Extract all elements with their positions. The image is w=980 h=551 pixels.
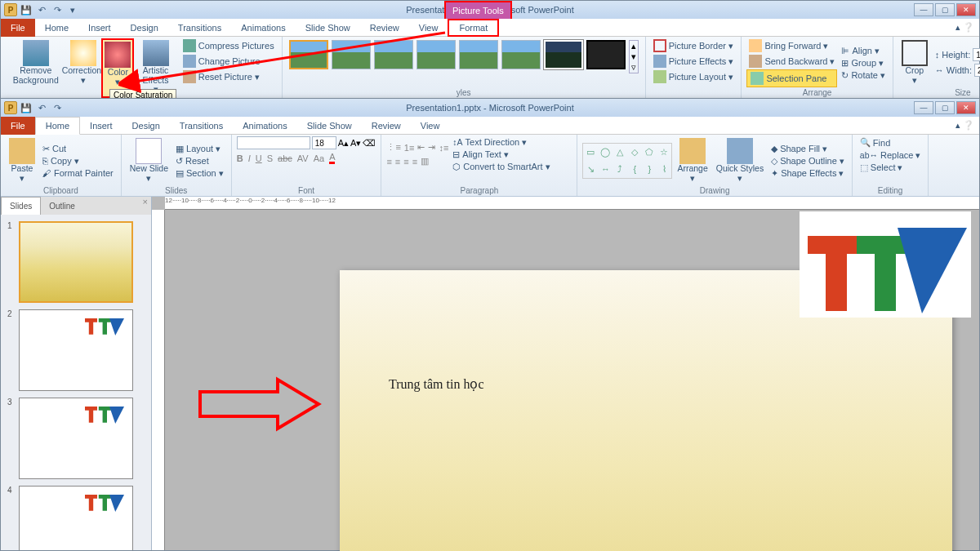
- maximize-button[interactable]: ▢: [935, 3, 955, 16]
- save-icon[interactable]: 💾: [20, 101, 33, 114]
- group-button[interactable]: ⊞ Group ▾: [839, 57, 887, 69]
- slide-title-text[interactable]: Trung tâm tin học: [389, 376, 484, 392]
- style-preset-3[interactable]: [374, 40, 413, 69]
- tab-animations[interactable]: Animations: [231, 19, 295, 37]
- picture-layout-button[interactable]: Picture Layout ▾: [651, 69, 737, 84]
- paste-button[interactable]: Paste▾: [6, 136, 38, 184]
- slide-thumb-4[interactable]: [19, 486, 133, 550]
- width-field[interactable]: ↔Width:⇅: [933, 63, 980, 78]
- picture-effects-button[interactable]: Picture Effects ▾: [651, 54, 737, 69]
- selection-pane-button[interactable]: Selection Pane: [746, 69, 837, 87]
- picture-styles-gallery[interactable]: ▴ ▾ ▿: [287, 38, 640, 75]
- slide-thumb-2[interactable]: [19, 309, 133, 391]
- layout-button[interactable]: ▦ Layout ▾: [173, 143, 226, 154]
- send-backward-button[interactable]: Send Backward ▾: [746, 54, 837, 69]
- strike-button[interactable]: abc: [278, 153, 292, 163]
- align-center-button[interactable]: ≡: [395, 157, 400, 167]
- outline-tab[interactable]: Outline: [41, 197, 83, 215]
- close-panel-icon[interactable]: ×: [140, 197, 151, 215]
- compress-pictures-button[interactable]: Compress Pictures: [180, 38, 277, 53]
- bullets-button[interactable]: ⋮≡: [386, 142, 400, 153]
- font-size-input[interactable]: [312, 136, 336, 149]
- corrections-button[interactable]: Corrections▾: [66, 38, 102, 98]
- shape-fill-button[interactable]: ◆ Shape Fill ▾: [768, 143, 847, 154]
- tab-transitions[interactable]: Transitions: [168, 19, 231, 37]
- bold-button[interactable]: B: [237, 153, 243, 163]
- shape-outline-button[interactable]: ◇ Shape Outline ▾: [768, 155, 847, 167]
- case-button[interactable]: Aa: [314, 153, 324, 163]
- canvas-area[interactable]: 12·····10·····8·····6·····4·····2·····0·…: [152, 197, 979, 550]
- text-direction-button[interactable]: ↕A Text Direction ▾: [450, 136, 552, 148]
- find-button[interactable]: 🔍 Find: [858, 136, 924, 149]
- section-button[interactable]: ▤ Section ▾: [173, 167, 226, 179]
- shapes-gallery[interactable]: ▭◯△◇⬠☆ ↘↔⤴{}⌇: [582, 143, 672, 179]
- align-text-button[interactable]: ⊟ Align Text ▾: [450, 149, 552, 160]
- tab-design[interactable]: Design: [122, 117, 170, 135]
- width-input[interactable]: [974, 64, 980, 77]
- undo-icon[interactable]: ↶: [35, 101, 48, 114]
- style-preset-2[interactable]: [332, 40, 371, 69]
- tab-animations[interactable]: Animations: [233, 117, 296, 135]
- maximize-button[interactable]: ▢: [935, 101, 955, 114]
- style-preset-4[interactable]: [416, 40, 456, 69]
- tab-design[interactable]: Design: [121, 19, 168, 37]
- close-button[interactable]: ✕: [956, 3, 976, 16]
- tab-insert[interactable]: Insert: [80, 117, 122, 135]
- tab-review[interactable]: Review: [360, 19, 409, 37]
- ribbon-minimize-icon[interactable]: ▴ ❔: [951, 22, 979, 33]
- ribbon-minimize-icon[interactable]: ▴ ❔: [951, 120, 979, 131]
- crop-button[interactable]: Crop▾: [898, 38, 931, 87]
- rotate-button[interactable]: ↻ Rotate ▾: [839, 69, 887, 81]
- slide-thumb-1[interactable]: [19, 221, 133, 303]
- height-input[interactable]: [973, 48, 980, 61]
- arrange-button[interactable]: Arrange▾: [674, 136, 710, 184]
- picture-tools-context-tab[interactable]: Picture Tools: [444, 1, 512, 19]
- style-preset-5[interactable]: [459, 40, 498, 69]
- tab-transitions[interactable]: Transitions: [170, 117, 233, 135]
- smartart-button[interactable]: ⬡ Convert to SmartArt ▾: [450, 161, 552, 172]
- minimize-button[interactable]: —: [914, 101, 933, 114]
- bring-forward-button[interactable]: Bring Forward ▾: [746, 38, 837, 53]
- qat-dropdown-icon[interactable]: ▾: [66, 3, 79, 16]
- minimize-button[interactable]: —: [914, 3, 933, 16]
- grow-font-icon[interactable]: A▴: [338, 138, 349, 149]
- close-button[interactable]: ✕: [956, 101, 976, 114]
- tab-file[interactable]: File: [1, 117, 35, 135]
- reset-picture-button[interactable]: Reset Picture ▾: [180, 69, 277, 84]
- italic-button[interactable]: I: [248, 153, 251, 163]
- tab-home[interactable]: Home: [35, 117, 80, 135]
- style-preset-7[interactable]: [544, 40, 583, 69]
- redo-icon[interactable]: ↷: [51, 3, 64, 16]
- tab-file[interactable]: File: [1, 19, 35, 37]
- clear-format-icon[interactable]: ⌫: [363, 138, 376, 149]
- tab-home[interactable]: Home: [35, 19, 78, 37]
- line-spacing-button[interactable]: ↕≡: [439, 143, 448, 153]
- columns-button[interactable]: ▥: [421, 156, 429, 167]
- justify-button[interactable]: ≡: [412, 157, 417, 167]
- save-icon[interactable]: 💾: [20, 3, 33, 16]
- char-spacing-button[interactable]: AV: [297, 153, 309, 163]
- align-left-button[interactable]: ≡: [386, 157, 391, 167]
- format-painter-button[interactable]: 🖌 Format Painter: [40, 167, 116, 179]
- gallery-down-icon[interactable]: ▾: [630, 51, 638, 62]
- tab-view[interactable]: View: [409, 19, 448, 37]
- tab-insert[interactable]: Insert: [78, 19, 121, 37]
- reset-button[interactable]: ↺ Reset: [173, 155, 226, 167]
- undo-icon[interactable]: ↶: [35, 3, 48, 16]
- gallery-up-icon[interactable]: ▴: [630, 41, 638, 51]
- height-field[interactable]: ↕Height:⇅: [933, 47, 980, 62]
- slides-tab[interactable]: Slides: [1, 197, 41, 215]
- indent-dec-button[interactable]: ⇤: [417, 142, 425, 153]
- indent-inc-button[interactable]: ⇥: [428, 142, 435, 153]
- copy-button[interactable]: ⎘ Copy ▾: [40, 155, 116, 167]
- tab-review[interactable]: Review: [362, 117, 411, 135]
- quick-styles-button[interactable]: Quick Styles▾: [713, 136, 767, 184]
- gallery-more-icon[interactable]: ▿: [630, 62, 638, 73]
- numbering-button[interactable]: 1≡: [404, 143, 415, 153]
- style-preset-1[interactable]: [289, 40, 328, 69]
- tab-slideshow[interactable]: Slide Show: [297, 117, 362, 135]
- select-button[interactable]: ⬚ Select ▾: [858, 162, 924, 173]
- replace-button[interactable]: ab↔ Replace ▾: [858, 149, 924, 161]
- tab-format[interactable]: Format: [448, 19, 499, 37]
- tab-slideshow[interactable]: Slide Show: [296, 19, 360, 37]
